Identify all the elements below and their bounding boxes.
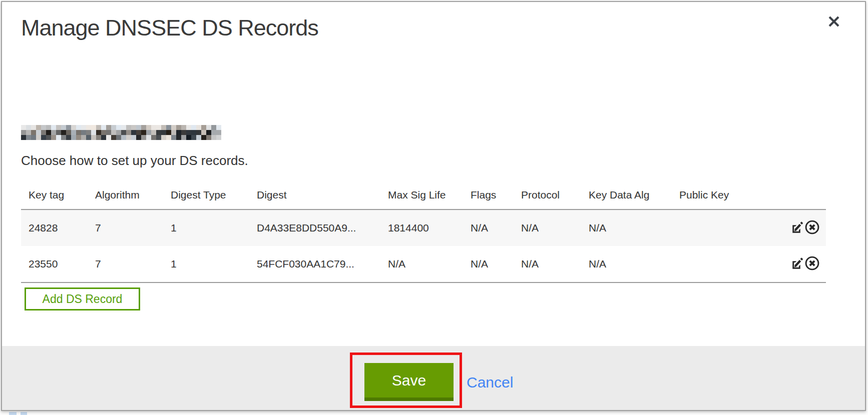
redaction-pixel [201, 130, 206, 135]
redaction-pixel [211, 125, 216, 130]
cell-digest-type: 1 [163, 210, 249, 246]
cell-protocol: N/A [514, 210, 581, 246]
redaction-pixel [126, 125, 131, 130]
redaction-pixel [131, 135, 136, 140]
redaction-pixel [56, 135, 61, 140]
redaction-pixel [216, 125, 221, 130]
redaction-pixel [181, 125, 186, 130]
redaction-pixel [61, 130, 66, 135]
col-header-actions [771, 167, 826, 210]
redaction-pixel [81, 135, 86, 140]
redaction-pixel [46, 130, 51, 135]
redaction-pixel [186, 125, 191, 130]
redaction-pixel [216, 135, 221, 140]
redaction-pixel [86, 135, 91, 140]
cell-max-sig-life: N/A [380, 246, 463, 282]
redaction-pixel [181, 130, 186, 135]
cancel-link[interactable]: Cancel [467, 374, 513, 391]
cell-public-key [672, 246, 771, 282]
redaction-pixel [166, 130, 171, 135]
save-button[interactable]: Save [364, 363, 454, 401]
cell-actions [771, 210, 826, 246]
redaction-pixel [211, 135, 216, 140]
redaction-pixel [136, 130, 141, 135]
redaction-pixel [111, 135, 116, 140]
col-header-flags: Flags [463, 167, 514, 210]
redaction-pixel [101, 135, 106, 140]
close-icon[interactable] [825, 13, 843, 31]
redaction-pixel [61, 135, 66, 140]
redaction-pixel [76, 135, 81, 140]
redaction-pixel [66, 135, 71, 140]
redaction-pixel [151, 130, 156, 135]
edit-record-icon[interactable] [788, 220, 804, 236]
redaction-pixel [146, 130, 151, 135]
redaction-pixel [196, 125, 201, 130]
redaction-pixel [66, 130, 71, 135]
redaction-pixel [21, 130, 26, 135]
redaction-pixel [191, 130, 196, 135]
redaction-pixel [71, 125, 76, 130]
redaction-pixel [206, 125, 211, 130]
col-header-public-key: Public Key [672, 167, 771, 210]
col-header-digest-type: Digest Type [163, 167, 249, 210]
redaction-pixel [136, 135, 141, 140]
redaction-pixel [191, 125, 196, 130]
col-header-key-tag: Key tag [21, 167, 88, 210]
delete-record-icon[interactable] [804, 256, 820, 272]
col-header-digest: Digest [249, 167, 380, 210]
redaction-pixel [106, 125, 111, 130]
cell-digest: 54FCF030AA1C79... [249, 246, 380, 282]
instruction-text: Choose how to set up your DS records. [21, 153, 248, 168]
redaction-pixel [31, 130, 36, 135]
redaction-pixel [81, 125, 86, 130]
redaction-pixel [186, 135, 191, 140]
redaction-pixel [201, 125, 206, 130]
cell-algorithm: 7 [88, 210, 163, 246]
redaction-pixel [101, 130, 106, 135]
redaction-pixel [141, 125, 146, 130]
redaction-pixel [26, 125, 31, 130]
redaction-pixel [96, 135, 101, 140]
redaction-pixel [131, 130, 136, 135]
redaction-pixel [76, 125, 81, 130]
redaction-pixel [151, 135, 156, 140]
redaction-pixel [51, 135, 56, 140]
redaction-pixel [116, 125, 121, 130]
redaction-pixel [36, 130, 41, 135]
cell-key-data-alg: N/A [581, 246, 672, 282]
redaction-pixel [121, 125, 126, 130]
redaction-pixel [96, 125, 101, 130]
redaction-pixel [131, 125, 136, 130]
redaction-pixel [126, 135, 131, 140]
add-ds-record-button[interactable]: Add DS Record [25, 288, 140, 310]
cell-algorithm: 7 [88, 246, 163, 282]
redaction-pixel [206, 130, 211, 135]
redaction-pixel [101, 125, 106, 130]
redaction-pixel [206, 135, 211, 140]
redaction-pixel [166, 135, 171, 140]
redaction-pixel [91, 135, 96, 140]
redaction-pixel [46, 125, 51, 130]
redaction-pixel [36, 125, 41, 130]
redaction-pixel [61, 125, 66, 130]
redaction-pixel [181, 135, 186, 140]
ds-records-table: Key tag Algorithm Digest Type Digest Max… [21, 167, 826, 283]
redaction-pixel [151, 125, 156, 130]
redaction-pixel [196, 135, 201, 140]
col-header-max-sig-life: Max Sig Life [380, 167, 463, 210]
redaction-pixel [26, 135, 31, 140]
page-behind-fragment [21, 412, 27, 415]
cell-flags: N/A [463, 210, 514, 246]
edit-record-icon[interactable] [788, 256, 804, 272]
redaction-pixel [41, 125, 46, 130]
redaction-pixel [56, 125, 61, 130]
redaction-pixel [136, 125, 141, 130]
cell-protocol: N/A [514, 246, 581, 282]
col-header-algorithm: Algorithm [88, 167, 163, 210]
delete-record-icon[interactable] [804, 220, 820, 236]
redaction-pixel [111, 125, 116, 130]
redaction-pixel [156, 125, 161, 130]
table-row: 24828 7 1 D4A33E8DD550A9... 1814400 N/A … [21, 210, 826, 246]
redaction-pixel [201, 135, 206, 140]
